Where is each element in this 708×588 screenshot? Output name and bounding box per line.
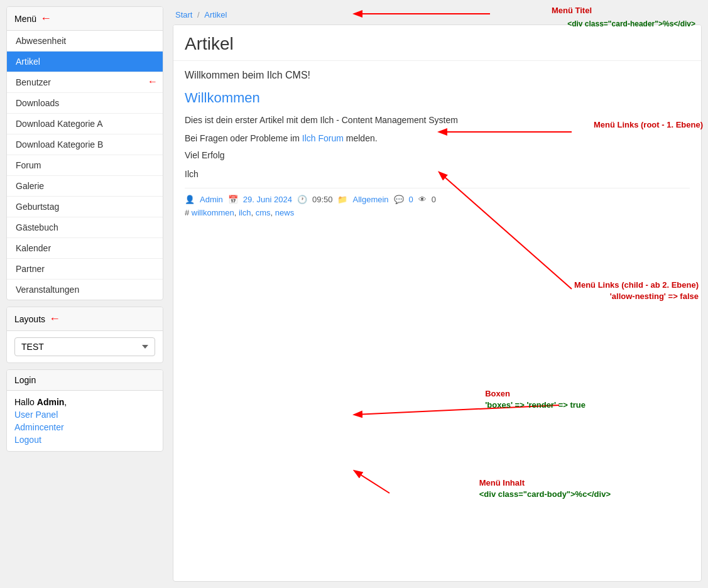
- tag-cms[interactable]: cms: [256, 208, 271, 217]
- menu-link-partner[interactable]: Partner: [7, 259, 163, 279]
- article-text-1: Dies ist dein erster Artikel mit dem Ilc…: [185, 114, 690, 127]
- menu-item-benutzer[interactable]: Benutzer ←: [7, 72, 163, 93]
- article-signature-line1: Viel Erfolg: [185, 150, 690, 160]
- menu-link-gaestebuch[interactable]: Gästebuch: [7, 217, 163, 237]
- menu-item-geburtstag[interactable]: Geburtstag: [7, 197, 163, 217]
- menu-item-artikel[interactable]: Artikel: [7, 52, 163, 72]
- article-tags: # willkommen, ilch, cms, news: [185, 208, 690, 217]
- menu-item-veranstaltungen[interactable]: Veranstaltungen: [7, 280, 163, 300]
- breadcrumb-current[interactable]: Artikel: [204, 10, 227, 19]
- menu-link-abwesenheit[interactable]: Abwesenheit: [7, 31, 163, 51]
- tag-willkommen[interactable]: willkommen: [192, 208, 234, 217]
- menu-item-partner[interactable]: Partner: [7, 259, 163, 280]
- article-signature-line2: Ilch: [185, 169, 690, 179]
- meta-clock-icon: 🕐: [297, 195, 307, 204]
- meta-calendar-icon: 📅: [228, 195, 238, 204]
- hello-username: Admin: [37, 397, 65, 407]
- login-body: Hallo Admin, User Panel Admincenter Logo…: [7, 391, 163, 451]
- menu-link-download-kat-b[interactable]: Download Kategorie B: [7, 134, 163, 155]
- meta-eye-icon: 👁: [418, 195, 427, 204]
- tags-hash-icon: #: [185, 208, 192, 217]
- tag-ilch[interactable]: ilch: [239, 208, 251, 217]
- page-title: Artikel: [185, 34, 690, 54]
- meta-category-link[interactable]: Allgemein: [352, 195, 388, 204]
- meta-comment-icon: 💬: [394, 195, 404, 204]
- menu-item-download-kat-a[interactable]: Download Kategorie A: [7, 114, 163, 134]
- layouts-card: Layouts ← TEST: [6, 307, 163, 363]
- meta-date-link[interactable]: 29. Juni 2024: [243, 195, 292, 204]
- meta-comments-link[interactable]: 0: [409, 195, 413, 204]
- layouts-card-header: Layouts ←: [7, 307, 163, 331]
- meta-time: 09:50: [312, 195, 333, 204]
- meta-author-icon: 👤: [185, 195, 195, 204]
- hello-text: Hallo Admin,: [14, 397, 155, 407]
- menu-link-benutzer[interactable]: Benutzer ←: [7, 72, 163, 92]
- article-welcome-link[interactable]: Willkommen: [185, 90, 690, 106]
- ilch-forum-link[interactable]: Ilch Forum: [302, 133, 344, 143]
- article-subtitle: Willkommen beim Ilch CMS!: [185, 70, 690, 81]
- menu-link-geburtstag[interactable]: Geburtstag: [7, 197, 163, 217]
- main-content: Start / Artikel Artikel Willkommen beim …: [170, 0, 708, 588]
- menu-link-artikel[interactable]: Artikel: [7, 52, 163, 72]
- breadcrumb-separator: /: [197, 10, 202, 19]
- menu-link-forum[interactable]: Forum: [7, 155, 163, 175]
- menu-list: Abwesenheit Artikel Benutzer ← Downloads…: [7, 31, 163, 300]
- menu-link-kalender[interactable]: Kalender: [7, 238, 163, 258]
- menu-item-kalender[interactable]: Kalender: [7, 238, 163, 259]
- article-meta: 👤 Admin 📅 29. Juni 2024 🕐 09:50 📁 Allgem…: [185, 188, 690, 204]
- menu-card-header: Menü ←: [7, 7, 163, 31]
- menu-link-galerie[interactable]: Galerie: [7, 176, 163, 196]
- content-card-header: Artikel: [173, 25, 701, 61]
- login-card: Login Hallo Admin, User Panel Admincente…: [6, 369, 163, 452]
- content-card-body: Willkommen beim Ilch CMS! Willkommen Die…: [173, 61, 701, 226]
- layouts-title: Layouts: [14, 314, 45, 324]
- menu-item-gaestebuch[interactable]: Gästebuch: [7, 217, 163, 238]
- content-card: Artikel Willkommen beim Ilch CMS! Willko…: [173, 24, 702, 582]
- tag-news[interactable]: news: [275, 208, 294, 217]
- layouts-select[interactable]: TEST: [14, 337, 155, 356]
- breadcrumb: Start / Artikel: [173, 6, 702, 24]
- article-text-2: Bei Fragen oder Probleme im Ilch Forum m…: [185, 132, 690, 145]
- layouts-arrow-icon: ←: [49, 312, 60, 325]
- menu-item-download-kat-b[interactable]: Download Kategorie B: [7, 134, 163, 155]
- login-title: Login: [14, 375, 36, 385]
- layouts-body: TEST: [7, 331, 163, 362]
- menu-item-downloads[interactable]: Downloads: [7, 93, 163, 114]
- breadcrumb-start[interactable]: Start: [175, 10, 192, 19]
- menu-item-abwesenheit[interactable]: Abwesenheit: [7, 31, 163, 52]
- menu-link-veranstaltungen[interactable]: Veranstaltungen: [7, 280, 163, 300]
- sidebar: Menü ← Abwesenheit Artikel Benutzer ← Do…: [0, 0, 170, 588]
- logout-link[interactable]: Logout: [14, 435, 155, 445]
- meta-views: 0: [432, 195, 436, 204]
- menu-link-download-kat-a[interactable]: Download Kategorie A: [7, 114, 163, 134]
- meta-folder-icon: 📁: [337, 195, 347, 204]
- menu-title: Menü: [14, 14, 36, 24]
- admincenter-link[interactable]: Admincenter: [14, 422, 155, 432]
- menu-arrow-icon: ←: [40, 12, 52, 25]
- meta-author-link[interactable]: Admin: [200, 195, 223, 204]
- menu-link-downloads[interactable]: Downloads: [7, 93, 163, 113]
- menu-item-forum[interactable]: Forum: [7, 155, 163, 176]
- menu-card: Menü ← Abwesenheit Artikel Benutzer ← Do…: [6, 6, 163, 300]
- user-panel-link[interactable]: User Panel: [14, 410, 155, 420]
- menu-item-galerie[interactable]: Galerie: [7, 176, 163, 197]
- login-card-header: Login: [7, 370, 163, 391]
